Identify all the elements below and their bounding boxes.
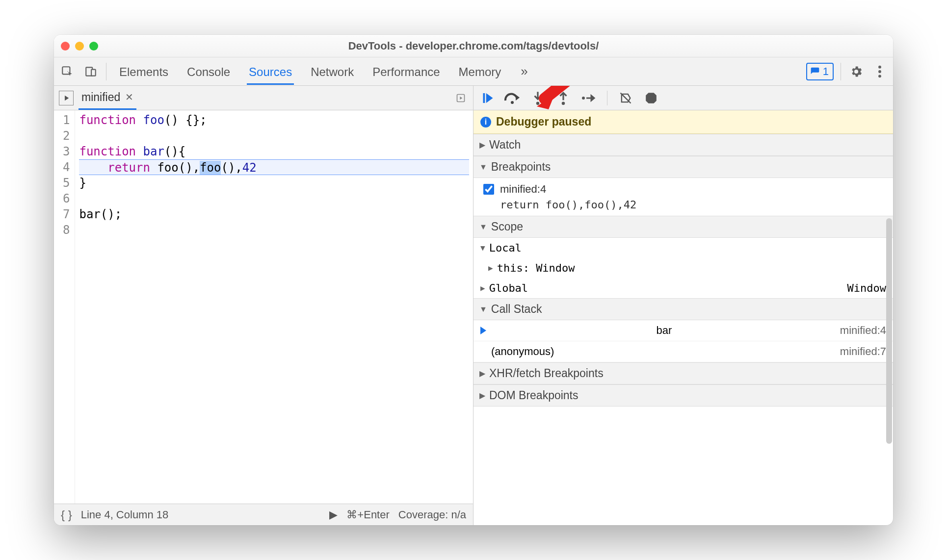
breakpoint-checkbox[interactable]	[483, 184, 494, 195]
chevron-right-icon: ▶	[480, 283, 485, 293]
chevron-down-icon: ▼	[479, 163, 487, 172]
minimize-window-button[interactable]	[75, 42, 84, 51]
scope-global-value: Window	[847, 282, 886, 294]
step-over-icon[interactable]	[503, 89, 522, 107]
main-split: minified ✕ 12345678 function foo() {};fu…	[54, 86, 893, 525]
code-content[interactable]: function foo() {};function bar(){ return…	[75, 110, 473, 504]
dom-breakpoints-label: DOM Breakpoints	[489, 389, 579, 402]
close-file-icon[interactable]: ✕	[125, 91, 133, 103]
run-snippet-icon[interactable]	[453, 91, 468, 105]
breakpoints-label: Breakpoints	[491, 160, 551, 174]
callstack-frame[interactable]: barminified:4	[474, 320, 893, 341]
chevron-right-icon: ▶	[479, 391, 485, 400]
scrollbar[interactable]	[886, 218, 892, 444]
file-tab-bar: minified ✕	[54, 86, 473, 110]
settings-icon[interactable]	[848, 63, 865, 80]
watch-label: Watch	[489, 138, 521, 152]
window-title: DevTools - developer.chrome.com/tags/dev…	[54, 40, 893, 52]
tab-performance[interactable]: Performance	[370, 58, 442, 85]
tab-console[interactable]: Console	[185, 58, 232, 85]
svg-rect-2	[91, 69, 96, 76]
svg-point-5	[878, 75, 881, 77]
code-editor[interactable]: 12345678 function foo() {};function bar(…	[54, 110, 473, 504]
step-into-icon[interactable]	[528, 89, 547, 107]
pause-exceptions-icon[interactable]	[642, 89, 660, 107]
debugger-panel: i Debugger paused ▶ Watch ▼ Breakpoints …	[474, 86, 893, 525]
separator	[841, 63, 841, 80]
callstack-frame[interactable]: (anonymous)minified:7	[474, 341, 893, 362]
scope-local-label: Local	[489, 242, 522, 254]
breakpoints-section-header[interactable]: ▼ Breakpoints	[474, 156, 893, 178]
info-icon: i	[480, 117, 491, 127]
editor-status-bar: { } Line 4, Column 18 ▶ ⌘+Enter Coverage…	[54, 504, 473, 525]
scope-label: Scope	[491, 220, 523, 233]
issues-badge[interactable]: 1	[806, 63, 834, 80]
run-icon[interactable]: ▶	[329, 509, 338, 521]
dom-breakpoints-section-header[interactable]: ▶ DOM Breakpoints	[474, 384, 893, 407]
issues-count: 1	[823, 65, 829, 78]
chevron-down-icon: ▼	[479, 305, 487, 314]
file-tab-name: minified	[81, 91, 120, 104]
callstack-section-body: barminified:4(anonymous)minified:7	[474, 320, 893, 362]
breakpoint-item[interactable]: minified:4 return foo(),foo(),42	[474, 178, 893, 216]
scope-section-body: ▼ Local ▶ this: Window ▶Global Window	[474, 238, 893, 298]
callstack-label: Call Stack	[491, 303, 542, 316]
callstack-section-header[interactable]: ▼ Call Stack	[474, 298, 893, 320]
kebab-menu-icon[interactable]	[871, 63, 888, 80]
debugger-paused-banner: i Debugger paused	[474, 110, 893, 134]
paused-label: Debugger paused	[496, 115, 591, 128]
separator	[106, 63, 106, 80]
separator	[607, 91, 607, 105]
svg-point-9	[562, 102, 565, 104]
close-window-button[interactable]	[61, 42, 70, 51]
debugger-toolbar	[474, 86, 893, 110]
sources-panel: minified ✕ 12345678 function foo() {};fu…	[54, 86, 474, 525]
tab-memory[interactable]: Memory	[457, 58, 503, 85]
step-icon[interactable]	[579, 89, 598, 107]
tab-elements[interactable]: Elements	[117, 58, 170, 85]
scope-section-header[interactable]: ▼ Scope	[474, 216, 893, 238]
svg-point-10	[582, 97, 585, 100]
tab-sources[interactable]: Sources	[247, 58, 294, 85]
run-hint: ⌘+Enter	[346, 509, 389, 521]
main-toolbar: Elements Console Sources Network Perform…	[54, 57, 893, 86]
window-controls	[61, 42, 98, 51]
chevron-right-icon: ▶	[488, 263, 493, 273]
scope-local-row[interactable]: ▼ Local	[474, 238, 893, 258]
inspect-element-icon[interactable]	[59, 63, 76, 80]
svg-point-3	[878, 65, 881, 68]
deactivate-breakpoints-icon[interactable]	[616, 89, 635, 107]
cursor-position: Line 4, Column 18	[81, 509, 169, 521]
coverage-status: Coverage: n/a	[398, 509, 466, 521]
scope-global-row[interactable]: ▶Global Window	[474, 278, 893, 298]
scope-this-value: Window	[536, 262, 575, 274]
scope-global-label: Global	[489, 282, 528, 294]
titlebar: DevTools - developer.chrome.com/tags/dev…	[54, 35, 893, 57]
chevron-down-icon: ▼	[479, 223, 487, 231]
resume-script-icon[interactable]	[477, 89, 496, 107]
line-gutter: 12345678	[54, 110, 75, 504]
svg-point-8	[536, 102, 539, 104]
file-tab[interactable]: minified ✕	[79, 86, 136, 110]
show-navigator-icon[interactable]	[59, 91, 74, 105]
svg-point-7	[511, 101, 514, 104]
panel-tabs: Elements Console Sources Network Perform…	[117, 58, 531, 85]
watch-section-header[interactable]: ▶ Watch	[474, 134, 893, 156]
breakpoints-section-body: minified:4 return foo(),foo(),42	[474, 178, 893, 216]
xhr-breakpoints-label: XHR/fetch Breakpoints	[489, 367, 604, 380]
step-out-icon[interactable]	[554, 89, 573, 107]
chevron-right-icon: ▶	[479, 369, 485, 378]
chevron-right-icon: ▶	[479, 140, 485, 150]
device-toggle-icon[interactable]	[82, 63, 99, 80]
breakpoint-location: minified:4	[500, 183, 546, 196]
scope-this-row[interactable]: ▶ this: Window	[474, 258, 893, 278]
xhr-breakpoints-section-header[interactable]: ▶ XHR/fetch Breakpoints	[474, 362, 893, 384]
breakpoint-code: return foo(),foo(),42	[483, 199, 887, 211]
svg-point-4	[878, 70, 881, 73]
devtools-window: DevTools - developer.chrome.com/tags/dev…	[54, 35, 893, 525]
chevron-down-icon: ▼	[480, 243, 485, 253]
maximize-window-button[interactable]	[89, 42, 98, 51]
more-tabs-icon[interactable]: »	[518, 64, 530, 79]
tab-network[interactable]: Network	[309, 58, 356, 85]
pretty-print-icon[interactable]: { }	[61, 508, 72, 522]
